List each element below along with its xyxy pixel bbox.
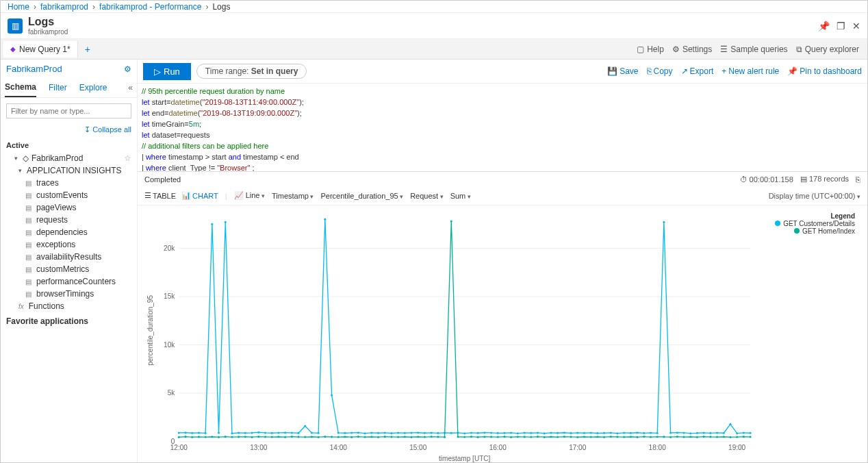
svg-point-135 <box>364 436 366 438</box>
tab-filter[interactable]: Filter <box>49 79 67 97</box>
query-dot-icon: ◆ <box>10 45 16 53</box>
agg-dd[interactable]: Sum <box>450 192 471 200</box>
table-exceptions[interactable]: exceptions <box>6 238 131 251</box>
pin-dashboard-button[interactable]: 📌 Pin to dashboard <box>787 66 862 76</box>
svg-point-25 <box>211 223 213 225</box>
query-toolbar: ▷ Run Time range: Set in query 💾 Save ⎘ … <box>138 60 867 84</box>
table-browserTimings[interactable]: browserTimings <box>6 288 131 300</box>
tree-root[interactable]: ◇ FabrikamProd ☆ <box>6 152 131 164</box>
chart-type-dd[interactable]: 📈 Line <box>234 191 265 200</box>
table-availabilityResults[interactable]: availabilityResults <box>6 251 131 263</box>
svg-point-63 <box>463 432 465 434</box>
table-mode[interactable]: ☰ TABLE <box>144 191 176 200</box>
tree-group[interactable]: APPLICATION INSIGHTS <box>6 164 131 177</box>
svg-point-40 <box>311 431 313 434</box>
tree-functions[interactable]: Functions <box>6 300 131 312</box>
x-axis-dd[interactable]: Timestamp <box>272 192 314 200</box>
collapse-all-link[interactable]: ↧ Collapse all <box>1 124 137 136</box>
explorer-link[interactable]: ⧉ Query explorer <box>796 45 859 54</box>
active-label: Active <box>6 141 131 149</box>
svg-text:20k: 20k <box>164 244 175 251</box>
svg-point-184 <box>689 436 691 438</box>
scope-settings-icon[interactable]: ⚙ <box>124 64 131 74</box>
svg-point-187 <box>709 436 711 438</box>
svg-point-169 <box>590 436 592 438</box>
svg-point-98 <box>696 432 698 434</box>
table-requests[interactable]: requests <box>6 214 131 226</box>
table-dependencies[interactable]: dependencies <box>6 226 131 238</box>
query-editor[interactable]: // 95th percentile request duration by n… <box>138 84 867 171</box>
restore-icon[interactable]: ❐ <box>837 21 845 32</box>
bc-home[interactable]: Home <box>8 2 29 12</box>
svg-point-71 <box>517 432 519 434</box>
schema-sidebar: FabrikamProd ⚙ Schema Filter Explore « ↧… <box>1 60 138 462</box>
split-dd[interactable]: Request <box>410 192 444 200</box>
svg-point-125 <box>298 436 300 438</box>
svg-point-171 <box>603 436 605 438</box>
svg-point-46 <box>350 431 353 434</box>
svg-point-176 <box>637 436 639 438</box>
svg-text:15k: 15k <box>164 292 175 300</box>
help-link[interactable]: ▢ Help <box>637 45 664 54</box>
svg-point-168 <box>583 436 585 438</box>
svg-point-93 <box>663 221 665 223</box>
add-tab-button[interactable]: + <box>78 44 97 55</box>
table-customEvents[interactable]: customEvents <box>6 189 131 201</box>
bc-2[interactable]: fabrikamprod - Performance <box>99 2 201 12</box>
svg-point-78 <box>563 431 565 434</box>
svg-point-164 <box>557 436 559 438</box>
copy-button[interactable]: ⎘ Copy <box>647 66 673 76</box>
samples-link[interactable]: ☰ Sample queries <box>720 45 787 54</box>
settings-link[interactable]: ⚙ Settings <box>672 45 712 54</box>
close-icon[interactable]: ✕ <box>852 21 860 32</box>
svg-point-83 <box>596 432 598 434</box>
svg-point-75 <box>544 432 546 434</box>
tab-schema[interactable]: Schema <box>5 78 36 97</box>
svg-point-172 <box>610 436 612 438</box>
svg-point-141 <box>404 436 406 438</box>
svg-point-24 <box>205 432 207 434</box>
svg-point-134 <box>357 436 359 438</box>
svg-point-58 <box>431 431 433 434</box>
svg-point-101 <box>716 431 718 434</box>
timerange-picker[interactable]: Time range: Set in query <box>196 64 307 79</box>
svg-text:14:00: 14:00 <box>330 444 348 451</box>
copy-result-icon[interactable]: ⎘ <box>856 175 860 184</box>
save-button[interactable]: 💾 Save <box>607 66 638 76</box>
svg-point-20 <box>178 431 180 434</box>
svg-point-106 <box>750 432 752 434</box>
svg-point-48 <box>364 432 366 434</box>
collapse-sidebar-icon[interactable]: « <box>128 79 133 97</box>
favorite-apps: Favorite applications <box>6 316 131 326</box>
svg-text:12:00: 12:00 <box>170 444 188 451</box>
breadcrumb: Home› fabrikamprod› fabrikamprod - Perfo… <box>1 1 867 13</box>
svg-point-43 <box>331 394 333 396</box>
new-alert-button[interactable]: + New alert rule <box>722 66 779 76</box>
bc-1[interactable]: fabrikamprod <box>40 2 88 12</box>
svg-point-67 <box>490 431 492 434</box>
svg-point-64 <box>470 431 472 434</box>
query-tab[interactable]: ◆ New Query 1* <box>3 41 78 58</box>
export-button[interactable]: ↗ Export <box>681 66 714 76</box>
svg-point-55 <box>411 431 413 434</box>
schema-filter-input[interactable] <box>6 103 131 118</box>
table-performanceCounters[interactable]: performanceCounters <box>6 275 131 288</box>
table-pageViews[interactable]: pageViews <box>6 201 131 214</box>
svg-point-77 <box>557 432 559 434</box>
scope-link[interactable]: FabrikamProd <box>6 64 62 74</box>
table-customMetrics[interactable]: customMetrics <box>6 263 131 275</box>
svg-point-138 <box>384 436 386 438</box>
tab-explore[interactable]: Explore <box>79 79 107 97</box>
svg-point-47 <box>357 431 359 434</box>
tz-dd[interactable]: Display time (UTC+00:00) <box>769 192 860 200</box>
run-button[interactable]: ▷ Run <box>143 63 191 80</box>
svg-point-153 <box>483 436 485 438</box>
table-traces[interactable]: traces <box>6 177 131 189</box>
svg-point-140 <box>397 436 399 438</box>
y-axis-dd[interactable]: Percentile_duration_95 <box>320 192 403 200</box>
svg-point-79 <box>570 432 572 434</box>
svg-point-26 <box>218 431 220 434</box>
svg-point-22 <box>191 432 193 434</box>
chart-mode[interactable]: 📊 CHART <box>181 191 218 200</box>
pin-icon[interactable]: 📌 <box>818 21 830 32</box>
